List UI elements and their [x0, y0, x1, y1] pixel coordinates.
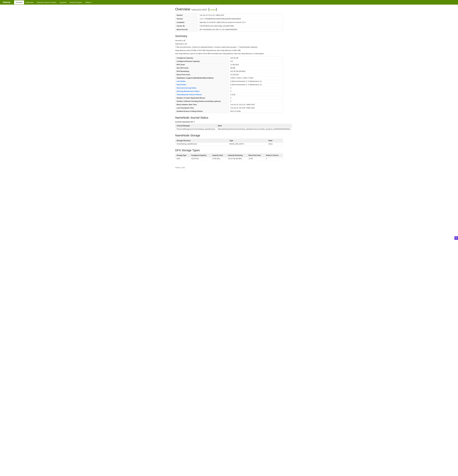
stats-label: Block Deletion Start Time — [175, 103, 229, 106]
dfs-col-header: Capacity Remaining — [227, 153, 247, 157]
dfs-cell: 12 KB (0%) — [211, 157, 227, 160]
navbar: Hadoop Overview Datanodes Datanode Volum… — [0, 0, 458, 5]
stats-value: 98 MB — [229, 66, 283, 69]
nav-datanodes[interactable]: Datanodes — [24, 0, 35, 4]
overview-info-value: Tue Oct 31 19:11:01 +0800 2023 — [198, 13, 283, 17]
stats-row: DFS Used:12 KB (0%) — [175, 63, 283, 66]
stats-label: DataNodes usages% (Min/Median/Max/stdDev… — [175, 76, 229, 79]
current-tx: Current transaction ID: 8 — [175, 121, 283, 123]
stats-label: DFS Used: — [175, 63, 229, 66]
nav-overview[interactable]: Overview — [14, 0, 24, 4]
overview-info-value: 3.3.5, r706d88266abcee09ed78fbaa0ad5f74d… — [198, 17, 283, 21]
stats-row: DataNodes usages% (Min/Median/Max/stdDev… — [175, 76, 283, 79]
stats-value: Tue Oct 31 19:11:01 +0800 2023 — [229, 103, 283, 106]
journal-row: FileJournalManager(root=/home/hadoop_dat… — [175, 128, 292, 131]
dfs-cell: 422.46 GB (99.98%) — [227, 157, 247, 160]
page-title: Overview 'hadoop101:8020' (✔active) — [175, 7, 283, 11]
overview-info-label: Compiled: — [175, 21, 198, 24]
overview-title-text: Overview — [175, 7, 190, 11]
stats-row: Entering Maintenance Nodes0 — [175, 90, 283, 93]
storage-type: IMAGE_AND_EDITS — [228, 142, 267, 145]
stats-label: Decommissioning Nodes — [175, 86, 229, 90]
journal-table: Journal Manager State FileJournalManager… — [175, 124, 292, 131]
stats-value: 0 — [229, 86, 283, 90]
stats-label: Number of Blocks Pending Deletion (inclu… — [175, 100, 229, 103]
nav-brand: Hadoop — [1, 0, 12, 4]
dfs-cell: 3 — [265, 157, 283, 160]
dfs-col-header: Nodes In Service — [265, 153, 283, 157]
stats-label: Dead Nodes — [175, 83, 229, 86]
dfs-col-header: Capacity Used — [211, 153, 227, 157]
summary-title: Summary — [175, 34, 283, 38]
overview-info-table: Started:Tue Oct 31 19:11:01 +0800 2023Ve… — [175, 13, 283, 31]
stats-value: 422.56 GB — [229, 56, 283, 60]
stats-label: Number of Under-Replicated Blocks — [175, 96, 229, 100]
summary-line: Heap Memory used 126 MB of 243.5 MB Heap… — [175, 49, 283, 52]
dfs-cell: DISK — [175, 157, 190, 160]
storage-state: Active — [267, 142, 283, 145]
storage-col-dir: Storage Directory — [175, 139, 228, 142]
stats-row: Configured Remote Capacity:0 B — [175, 60, 283, 63]
stats-label: Total Datanode Volume Failures — [175, 93, 229, 96]
dfs-cell: 12 KB — [247, 157, 265, 160]
overview-info-label: Version: — [175, 17, 198, 21]
stats-row: Non DFS Used:98 MB — [175, 66, 283, 69]
footer-text: Hadoop, 2023. — [175, 167, 185, 169]
overview-info-row: Started:Tue Oct 31 19:11:01 +0800 2023 — [175, 13, 283, 17]
current-tx-value: 8 — [194, 121, 195, 123]
stats-row: Number of Blocks Pending Deletion (inclu… — [175, 100, 283, 103]
summary-line: Security is off. — [175, 39, 283, 42]
stats-row: Configured Capacity:422.56 GB — [175, 56, 283, 60]
stats-row: Number of Under-Replicated Blocks0 — [175, 96, 283, 100]
stats-link[interactable]: Decommissioning Nodes — [177, 87, 196, 89]
stats-row: DFS Remaining:422.46 GB (99.98%) — [175, 69, 283, 73]
footer: Hadoop, 2023. — [175, 165, 283, 170]
journal-state: EditLogFileOutputStream(/home/hadoop_dat… — [216, 128, 292, 131]
overview-status-badge: ✔active — [210, 9, 216, 11]
overview-info-value: CID-9079b1ff-c251-4be0-9daa-1251d967405b — [198, 24, 283, 28]
summary-line: Non Heap Memory used 51.91 MB of 53.02 M… — [175, 52, 283, 55]
nav-startup-progress[interactable]: Startup Progress — [68, 0, 84, 4]
stats-value: 12 KB (0%) — [229, 63, 283, 66]
overview-info-label: Block Pool ID: — [175, 28, 198, 31]
stats-row: Block Deletion Start TimeTue Oct 31 19:1… — [175, 103, 283, 106]
dfs-col-header: Block Pool Used — [247, 153, 265, 157]
storage-title: NameNode Storage — [175, 134, 283, 137]
stats-row: Decommissioning Nodes0 — [175, 86, 283, 90]
stats-label: Entering Maintenance Nodes — [175, 90, 229, 93]
stats-value: 0 B — [229, 60, 283, 63]
storage-table: Storage Directory Type State /home/hadoo… — [175, 139, 283, 146]
nav-utilities[interactable]: Utilities ▾ — [84, 0, 93, 4]
summary-line: Safemode is off. — [175, 43, 283, 45]
storage-col-type: Type — [228, 139, 267, 142]
journal-manager: FileJournalManager(root=/home/hadoop_dat… — [175, 128, 217, 131]
dfs-storage-title: DFS Storage Types — [175, 149, 283, 152]
nav-snapshot[interactable]: Snapshot — [58, 0, 68, 4]
overview-hostname: 'hadoop101:8020' — [191, 8, 207, 11]
overview-info-row: Cluster ID:CID-9079b1ff-c251-4be0-9daa-1… — [175, 24, 283, 28]
nav-datanode-volume-failures[interactable]: Datanode Volume Failures — [35, 0, 58, 4]
stats-value: Tue Oct 31 19:10:55 +0800 2023 — [229, 106, 283, 110]
storage-row: /home/hadoop_data/dfs/nameIMAGE_AND_EDIT… — [175, 142, 283, 145]
stats-value: 0 — [229, 100, 283, 103]
overview-info-label: Started: — [175, 13, 198, 17]
stats-link[interactable]: Dead Nodes — [177, 84, 186, 85]
storage-dir: /home/hadoop_data/dfs/name — [175, 142, 228, 145]
stats-label: Last Checkpoint Time — [175, 106, 229, 110]
stats-value: 0 — [229, 90, 283, 93]
stats-link[interactable]: Entering Maintenance Nodes — [177, 90, 199, 92]
overview-info-value: Wed Mar 15 23:56:00 +0800 2023 by stevel… — [198, 21, 283, 24]
stats-value: 0 — [229, 96, 283, 100]
stats-value: 0 (0 B) — [229, 93, 283, 96]
stats-table: Configured Capacity:422.56 GBConfigured … — [175, 56, 283, 113]
stats-label: DFS Remaining: — [175, 69, 229, 73]
overview-info-row: Version:3.3.5, r706d88266abcee09ed78fbaa… — [175, 17, 283, 21]
stats-value: 12 KB (0%) — [229, 73, 283, 76]
journal-col-manager: Journal Manager — [175, 124, 217, 128]
stats-value: 0.00% / 0.00% / 0.00% / 0.00% — [229, 76, 283, 79]
journal-col-state: State — [216, 124, 292, 128]
stats-link[interactable]: Total Datanode Volume Failures — [177, 94, 202, 95]
stats-value: 422.46 GB (99.98%) — [229, 69, 283, 73]
overview-info-value: BP-1041946384-192.168.171.101-1698750655… — [198, 28, 283, 31]
stats-link[interactable]: Live Nodes — [177, 80, 186, 82]
